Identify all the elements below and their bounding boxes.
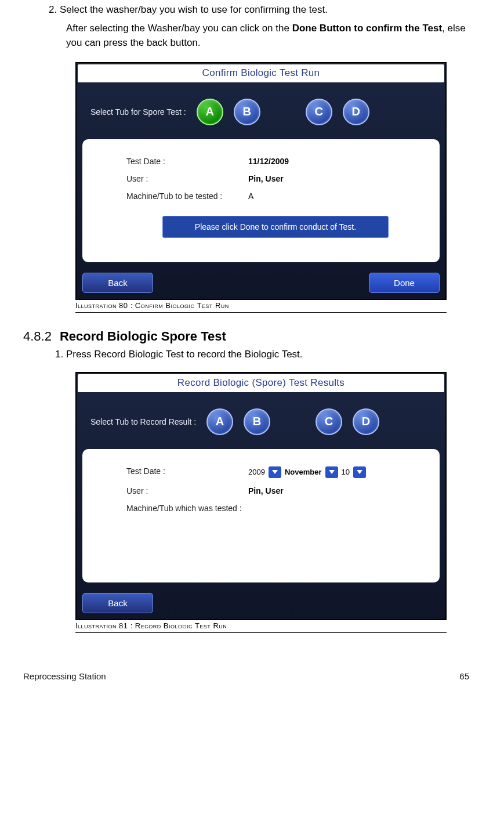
- section-heading: 4.8.2Record Biologic Spore Test: [23, 329, 469, 344]
- tub-a[interactable]: A: [197, 99, 223, 125]
- step-2: 2. Select the washer/bay you wish to use…: [49, 2, 469, 17]
- dialog-title-81: Record Biologic (Spore) Test Results: [78, 374, 444, 392]
- tub-a-label: A: [205, 105, 213, 118]
- date-dropdowns: 2009 November 10: [248, 466, 366, 478]
- tub-tested-value: A: [248, 191, 253, 201]
- step-2-prefix: 2.: [49, 4, 60, 15]
- tub-b-label: B: [242, 105, 251, 118]
- chevron-down-icon: [272, 470, 278, 475]
- illustration-81-caption: Illustration 81 : Record Biologic Test R…: [75, 621, 447, 633]
- tub-b-label-81: B: [253, 415, 261, 428]
- details-panel: Test Date : 11/12/2009 User : Pin, User …: [82, 139, 440, 262]
- day-value: 10: [342, 468, 350, 476]
- tub-c-label-81: C: [325, 415, 333, 428]
- bottom-bar: Back Done: [77, 269, 445, 299]
- step-2-body: Select the washer/bay you wish to use fo…: [60, 4, 328, 15]
- tub-a-label-81: A: [216, 415, 224, 428]
- record-dialog: Record Biologic (Spore) Test Results Sel…: [75, 372, 447, 620]
- section-number: 4.8.2: [23, 329, 52, 343]
- tub-d-label: D: [351, 105, 360, 118]
- user-value-81: Pin, User: [248, 486, 284, 495]
- month-value: November: [285, 468, 322, 476]
- tub-c[interactable]: C: [306, 99, 332, 125]
- year-dropdown[interactable]: [269, 466, 281, 478]
- illustration-80-caption: Illustration 80 : Confirm Biologic Test …: [75, 301, 447, 313]
- svg-marker-2: [357, 470, 362, 474]
- done-button[interactable]: Done: [369, 273, 440, 293]
- back-button[interactable]: Back: [82, 273, 153, 293]
- user-label: User :: [126, 174, 248, 183]
- tub-tested-label-81: Machine/Tub which was tested :: [126, 504, 242, 513]
- tub-d-label-81: D: [362, 415, 370, 428]
- illustration-80: Confirm Biologic Test Run Select Tub for…: [75, 62, 447, 313]
- month-dropdown[interactable]: [325, 466, 338, 478]
- select-tub-label: Select Tub for Spore Test :: [90, 107, 186, 117]
- page-footer: Reprocessing Station 65: [23, 671, 469, 689]
- tub-c-81[interactable]: C: [316, 408, 342, 435]
- tub-c-label: C: [314, 105, 322, 118]
- user-value: Pin, User: [248, 174, 284, 183]
- illustration-81: Record Biologic (Spore) Test Results Sel…: [75, 372, 447, 633]
- details-panel-81: Test Date : 2009 November 10: [82, 449, 440, 582]
- chevron-down-icon: [329, 470, 335, 475]
- step-2-after: After selecting the Washer/bay you can c…: [66, 21, 469, 50]
- confirm-dialog: Confirm Biologic Test Run Select Tub for…: [75, 62, 447, 300]
- tub-options-81: A B C D: [206, 408, 379, 435]
- dialog-title: Confirm Biologic Test Run: [78, 64, 444, 82]
- section-steps: Press Record Biologic Test to record the…: [55, 349, 469, 360]
- confirm-message: Please click Done to confirm conduct of …: [162, 216, 389, 238]
- tub-d[interactable]: D: [343, 99, 369, 125]
- tub-options: A B C D: [197, 99, 369, 125]
- test-date-label-81: Test Date :: [126, 466, 248, 478]
- footer-page-number: 65: [459, 671, 469, 681]
- bottom-bar-81: Back: [77, 589, 445, 619]
- test-date-label: Test Date :: [126, 157, 248, 166]
- tub-b-81[interactable]: B: [244, 408, 270, 435]
- chevron-down-icon: [357, 470, 362, 475]
- after-plain: After selecting the Washer/bay you can c…: [66, 23, 292, 34]
- section-title: Record Biologic Spore Test: [60, 329, 226, 343]
- after-bold: Done Button to confirm the Test: [292, 23, 442, 34]
- tub-tested-label: Machine/Tub to be tested :: [126, 191, 248, 201]
- tub-select-row-81: Select Tub to Record Result : A B C D: [77, 393, 445, 449]
- svg-marker-0: [272, 470, 278, 474]
- back-button-81[interactable]: Back: [82, 593, 153, 613]
- footer-left: Reprocessing Station: [23, 671, 106, 681]
- tub-b[interactable]: B: [234, 99, 260, 125]
- day-dropdown[interactable]: [353, 466, 366, 478]
- tub-select-row: Select Tub for Spore Test : A B C D: [77, 84, 445, 139]
- select-tub-label-81: Select Tub to Record Result :: [90, 417, 196, 426]
- user-label-81: User :: [126, 486, 248, 495]
- tub-d-81[interactable]: D: [353, 408, 379, 435]
- test-date-value: 11/12/2009: [248, 157, 289, 166]
- svg-marker-1: [329, 470, 335, 474]
- section-step-1: Press Record Biologic Test to record the…: [66, 349, 469, 360]
- year-value: 2009: [248, 468, 265, 476]
- tub-a-81[interactable]: A: [206, 408, 233, 435]
